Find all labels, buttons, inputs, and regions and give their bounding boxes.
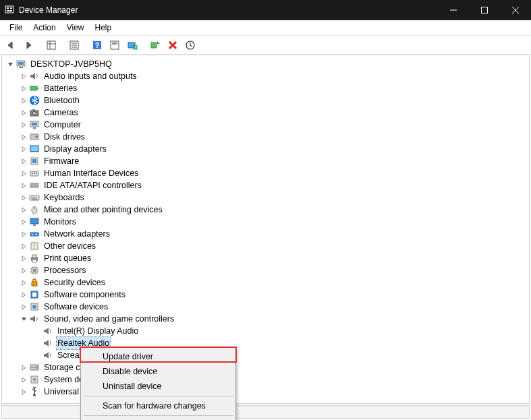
context-menu-scan-hardware[interactable]: Scan for hardware changes (82, 398, 234, 413)
tree-item[interactable]: Computer (3, 119, 528, 131)
chevron-right-icon[interactable] (20, 218, 28, 227)
chevron-right-icon[interactable] (20, 109, 28, 117)
show-hide-tree-button[interactable] (43, 37, 59, 53)
tree-item[interactable]: Firmware (3, 155, 528, 167)
tree-item[interactable]: Bluetooth (3, 94, 528, 107)
tree-item[interactable]: Disk drives (3, 131, 528, 143)
chevron-right-icon[interactable] (20, 254, 28, 263)
enable-device-button[interactable] (147, 37, 163, 53)
svg-rect-71 (32, 260, 36, 262)
chevron-right-icon[interactable] (20, 181, 28, 190)
tree-item[interactable]: Security devices (3, 276, 528, 289)
context-menu-uninstall-device[interactable]: Uninstall device (82, 379, 234, 394)
svg-rect-8 (47, 41, 55, 49)
close-button[interactable] (500, 0, 531, 20)
chevron-right-icon[interactable] (20, 242, 28, 251)
svg-point-39 (35, 136, 38, 138)
chevron-right-icon[interactable] (20, 278, 28, 287)
tree-item[interactable]: Audio inputs and outputs (3, 70, 528, 82)
scan-hardware-button[interactable] (124, 37, 140, 53)
svg-rect-62 (30, 218, 38, 224)
tree-item-label: DESKTOP-JVBP5HQ (29, 58, 113, 70)
tree-item[interactable]: Cameras (3, 107, 528, 119)
svg-rect-65 (32, 234, 33, 235)
properties-button[interactable] (66, 37, 82, 53)
tree-item[interactable]: IDE ATA/ATAPI controllers (3, 179, 528, 191)
minimize-button[interactable] (438, 0, 469, 20)
menu-file[interactable]: File (4, 21, 28, 34)
svg-point-90 (36, 368, 38, 369)
chevron-right-icon[interactable] (20, 230, 28, 239)
svg-rect-1 (7, 7, 9, 9)
forward-button[interactable] (20, 37, 36, 53)
tree-root[interactable]: DESKTOP-JVBP5HQ (3, 58, 528, 70)
svg-rect-73 (33, 269, 36, 272)
tree-item[interactable]: Intel(R) Display Audio (3, 325, 528, 337)
uninstall-device-button[interactable] (165, 37, 181, 53)
svg-rect-18 (112, 42, 117, 44)
svg-rect-58 (36, 197, 38, 198)
chevron-right-icon[interactable] (20, 121, 28, 129)
tree-item[interactable]: Software components (3, 289, 528, 301)
svg-rect-47 (36, 173, 37, 174)
chevron-right-icon[interactable] (20, 376, 28, 384)
chevron-right-icon[interactable] (20, 169, 28, 178)
tree-item[interactable]: Software devices (3, 301, 528, 313)
chevron-right-icon[interactable] (20, 388, 28, 396)
maximize-button[interactable] (469, 0, 500, 20)
twisty-none (33, 327, 42, 336)
tree-item[interactable]: Monitors (3, 216, 528, 228)
chevron-down-icon[interactable] (20, 315, 28, 324)
svg-rect-43 (32, 159, 36, 163)
tree-item-label: Human Interface Devices (43, 167, 140, 179)
tree-item-label: Disk drives (43, 131, 86, 143)
tree-item[interactable]: Human Interface Devices (3, 167, 528, 179)
context-menu-disable-device[interactable]: Disable device (82, 364, 234, 379)
context-menu-separator (84, 396, 233, 396)
mouse-icon (29, 204, 40, 215)
menu-help[interactable]: Help (90, 21, 117, 34)
svg-rect-46 (34, 173, 35, 174)
tree-item[interactable]: Keyboards (3, 191, 528, 204)
chevron-right-icon[interactable] (20, 133, 28, 142)
tree-item[interactable]: Display adapters (3, 143, 528, 155)
chevron-right-icon[interactable] (20, 145, 28, 154)
tree-item[interactable]: Mice and other pointing devices (3, 204, 528, 216)
chevron-right-icon[interactable] (20, 363, 28, 372)
tree-item-label: Software components (43, 289, 127, 301)
chevron-right-icon[interactable] (20, 193, 28, 202)
camera-icon (29, 107, 40, 118)
svg-rect-64 (30, 233, 38, 236)
svg-rect-66 (36, 234, 37, 235)
tree-item-label: Security devices (43, 276, 107, 289)
tree-item[interactable]: !Other devices (3, 240, 528, 252)
menu-action[interactable]: Action (28, 21, 61, 34)
tree-item[interactable]: Batteries (3, 82, 528, 94)
chevron-right-icon[interactable] (20, 157, 28, 166)
chevron-right-icon[interactable] (20, 72, 28, 81)
chevron-down-icon[interactable] (6, 60, 15, 69)
chevron-right-icon[interactable] (20, 206, 28, 214)
context-menu-update-driver[interactable]: Update driver (82, 349, 234, 364)
action-button[interactable] (107, 37, 123, 53)
back-button[interactable] (3, 37, 19, 53)
svg-rect-28 (19, 67, 23, 68)
update-driver-button[interactable] (182, 37, 198, 53)
chevron-right-icon[interactable] (20, 303, 28, 311)
tree-item-label: Universal (43, 386, 80, 398)
svg-rect-30 (37, 88, 38, 89)
chevron-right-icon[interactable] (20, 96, 28, 105)
tree-item[interactable]: Print queues (3, 252, 528, 264)
chevron-right-icon[interactable] (20, 291, 28, 299)
chevron-right-icon[interactable] (20, 84, 28, 93)
tree-item[interactable]: Processors (3, 264, 528, 276)
svg-rect-0 (5, 6, 13, 13)
tree-category-sound[interactable]: Sound, video and game controllers (3, 313, 528, 325)
svg-rect-5 (482, 7, 488, 13)
help-button[interactable]: ? (89, 37, 105, 53)
chevron-right-icon[interactable] (20, 266, 28, 275)
tree-item[interactable]: Network adapters (3, 228, 528, 240)
menu-view[interactable]: View (61, 21, 90, 34)
svg-rect-41 (31, 146, 38, 151)
ide-icon (29, 180, 40, 191)
